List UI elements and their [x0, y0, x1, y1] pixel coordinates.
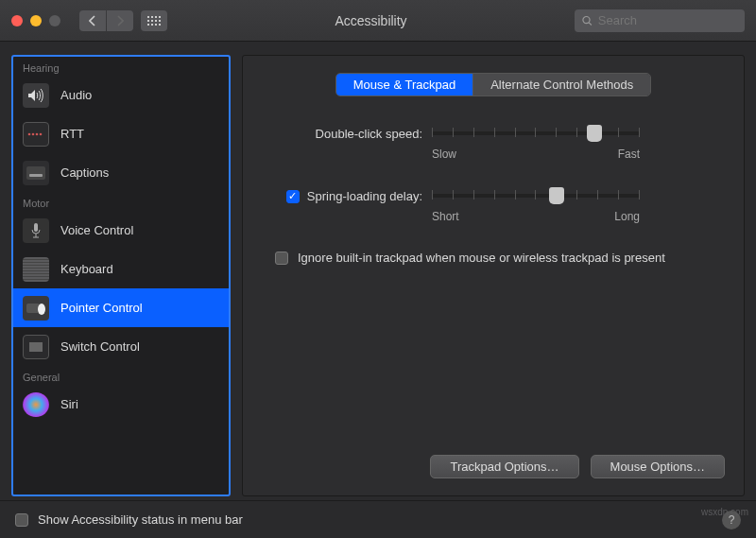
sidebar-item-audio[interactable]: Audio [13, 76, 229, 114]
siri-icon [23, 392, 49, 417]
svg-rect-0 [147, 16, 149, 18]
slider-thumb[interactable] [549, 187, 564, 204]
sidebar-section-motor: Motor [13, 192, 229, 211]
forward-button[interactable] [107, 10, 133, 31]
sidebar-item-label: Keyboard [60, 262, 113, 276]
grid-icon [147, 16, 161, 26]
show-status-checkbox[interactable] [15, 513, 28, 527]
window-controls [11, 15, 60, 26]
slider-max-label: Fast [618, 148, 640, 161]
ignore-trackpad-label: Ignore built-in trackpad when mouse or w… [298, 251, 665, 265]
slider-min-label: Slow [432, 148, 456, 161]
sidebar-section-hearing: Hearing [13, 57, 229, 76]
svg-rect-5 [151, 20, 153, 22]
sidebar-item-switch-control[interactable]: Switch Control [13, 327, 229, 366]
sidebar-item-label: Audio [60, 88, 92, 102]
svg-rect-23 [26, 304, 40, 313]
show-all-button[interactable] [141, 10, 167, 31]
search-icon [582, 15, 593, 26]
sidebar-item-siri[interactable]: Siri [13, 385, 229, 424]
svg-point-14 [28, 132, 31, 135]
watermark: wsxdn.com [701, 507, 748, 517]
row-ignore-trackpad: Ignore built-in trackpad when mouse or w… [262, 250, 725, 267]
svg-point-16 [36, 132, 39, 135]
mouse-icon [23, 296, 49, 321]
spring-loading-slider[interactable] [432, 187, 640, 204]
tab-bar: Mouse & Trackpad Alternate Control Metho… [262, 73, 725, 96]
keyboard-icon [23, 257, 49, 282]
svg-rect-25 [29, 342, 43, 352]
search-input[interactable] [598, 13, 737, 27]
search-field[interactable] [575, 9, 745, 32]
sidebar-item-label: Voice Control [60, 223, 133, 237]
svg-rect-6 [155, 20, 157, 22]
slider-thumb[interactable] [587, 125, 602, 142]
settings-panel: Mouse & Trackpad Alternate Control Metho… [242, 55, 745, 496]
svg-rect-8 [147, 24, 149, 26]
mouse-options-button[interactable]: Mouse Options… [591, 455, 725, 478]
svg-point-12 [583, 16, 590, 23]
titlebar: Accessibility [0, 0, 756, 42]
button-row: Trackpad Options… Mouse Options… [262, 445, 725, 478]
nav-buttons [79, 10, 133, 31]
sidebar-item-label: Captions [60, 165, 109, 180]
tab-alternate-methods[interactable]: Alternate Control Methods [472, 74, 650, 95]
svg-rect-10 [155, 24, 157, 26]
svg-rect-3 [159, 16, 161, 18]
rtt-icon [23, 122, 49, 147]
sidebar-item-pointer-control[interactable]: Pointer Control [13, 288, 229, 327]
svg-point-17 [40, 132, 43, 135]
svg-rect-7 [159, 20, 161, 22]
double-click-label: Double-click speed: [316, 127, 422, 141]
svg-rect-20 [34, 223, 38, 232]
sidebar-item-keyboard[interactable]: Keyboard [13, 250, 229, 288]
svg-point-24 [38, 304, 45, 315]
minimize-window-button[interactable] [30, 15, 42, 26]
sidebar-item-label: Siri [60, 397, 78, 411]
sidebar-item-label: Pointer Control [60, 301, 143, 315]
svg-rect-1 [151, 16, 153, 18]
svg-rect-19 [29, 174, 43, 177]
captions-icon [23, 161, 49, 185]
footer: Show Accessibility status in menu bar ? [0, 500, 756, 538]
sidebar-item-captions[interactable]: Captions [13, 153, 229, 192]
zoom-window-button[interactable] [49, 15, 60, 26]
sidebar-item-label: Switch Control [60, 339, 140, 354]
sidebar[interactable]: Hearing Audio RTT Captions Motor Voice C… [11, 55, 231, 496]
ignore-trackpad-checkbox[interactable] [275, 252, 288, 265]
slider-min-label: Short [432, 210, 459, 223]
svg-point-15 [32, 132, 35, 135]
close-window-button[interactable] [11, 15, 23, 26]
microphone-icon [23, 218, 49, 243]
sidebar-section-general: General [13, 366, 229, 385]
sidebar-item-label: RTT [60, 127, 84, 141]
trackpad-options-button[interactable]: Trackpad Options… [430, 455, 578, 478]
svg-rect-4 [147, 20, 149, 22]
spring-loading-label: Spring-loading delay: [307, 189, 422, 203]
speaker-icon [23, 83, 49, 108]
double-click-slider[interactable] [432, 125, 640, 142]
switch-icon [23, 335, 49, 359]
svg-rect-18 [26, 166, 45, 180]
row-spring-loading: ✓ Spring-loading delay: Short Long [262, 187, 725, 223]
sidebar-item-voice-control[interactable]: Voice Control [13, 211, 229, 250]
svg-rect-2 [155, 16, 157, 18]
svg-line-13 [589, 22, 592, 25]
svg-rect-11 [159, 24, 161, 26]
row-double-click-speed: Double-click speed: Slow Fast [262, 125, 725, 161]
sidebar-item-rtt[interactable]: RTT [13, 114, 229, 153]
tab-mouse-trackpad[interactable]: Mouse & Trackpad [336, 74, 472, 95]
spring-loading-checkbox[interactable]: ✓ [286, 190, 300, 203]
show-status-label: Show Accessibility status in menu bar [38, 512, 243, 527]
svg-rect-9 [151, 24, 153, 26]
back-button[interactable] [79, 10, 106, 31]
slider-max-label: Long [614, 210, 640, 223]
window-title: Accessibility [167, 13, 575, 28]
